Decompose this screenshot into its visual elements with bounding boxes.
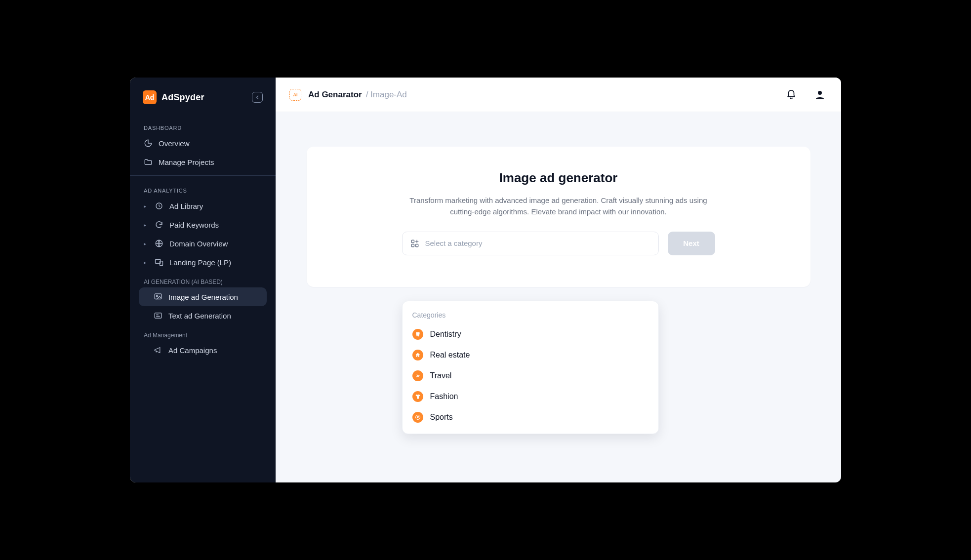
category-select-placeholder: Select a category: [425, 239, 483, 247]
collapse-icon: [254, 94, 260, 100]
page-subtitle: Transform marketing with advanced image …: [401, 195, 717, 218]
sidebar-item-ad-campaigns[interactable]: Ad Campaigns: [139, 341, 267, 360]
svg-rect-9: [411, 244, 414, 246]
globe-icon: [155, 239, 163, 248]
generator-card: Image ad generator Transform marketing w…: [307, 147, 810, 287]
notifications-button[interactable]: [784, 87, 799, 102]
svg-rect-10: [415, 244, 418, 246]
section-title-ai-gen: AI GENERATION (AI BASED): [139, 272, 267, 287]
devices-icon: [155, 258, 163, 267]
sidebar-item-domain-overview[interactable]: ▸ Domain Overview: [139, 234, 267, 253]
category-option[interactable]: Travel: [408, 365, 652, 386]
section-title-analytics: AD ANALYTICS: [139, 185, 267, 197]
brand-name: AdSpyder: [162, 92, 204, 103]
sidebar-item-ad-library[interactable]: ▸ Ad Library: [139, 197, 267, 215]
sidebar-item-label: Landing Page (LP): [169, 258, 231, 267]
sidebar: Ad AdSpyder DASHBOARD Overview Manage Pr…: [130, 78, 276, 482]
sidebar-item-label: Paid Keywords: [169, 221, 219, 229]
category-option[interactable]: Fashion: [408, 386, 652, 407]
page-title: Image ad generator: [326, 170, 791, 186]
compass-icon: [412, 412, 423, 423]
caret-icon: ▸: [144, 260, 149, 265]
home-icon: [412, 350, 423, 360]
bell-icon: [786, 89, 797, 100]
sidebar-item-manage-projects[interactable]: Manage Projects: [139, 153, 267, 171]
shirt-icon: [412, 391, 423, 402]
svg-rect-6: [155, 313, 162, 319]
caret-icon: ▸: [144, 203, 149, 209]
folder-icon: [144, 158, 153, 166]
sidebar-item-overview[interactable]: Overview: [139, 134, 267, 153]
text-ad-icon: [154, 311, 162, 320]
caret-icon: ▸: [144, 222, 149, 228]
library-icon: [155, 201, 163, 210]
content: Image ad generator Transform marketing w…: [276, 112, 841, 482]
brand[interactable]: Ad AdSpyder: [143, 90, 204, 104]
caret-icon: ▸: [144, 241, 149, 246]
sidebar-header: Ad AdSpyder: [139, 90, 267, 104]
breadcrumb: Ad Genarator / Image-Ad: [308, 90, 407, 100]
section-title-ad-mgmt: Ad Management: [139, 325, 267, 341]
ai-badge-icon: AI: [289, 89, 301, 101]
svg-point-5: [156, 295, 158, 297]
category-option[interactable]: Dentistry: [408, 324, 652, 345]
sidebar-item-label: Overview: [159, 139, 190, 148]
divider: [130, 175, 276, 176]
category-option[interactable]: Real estate: [408, 345, 652, 365]
sidebar-item-paid-keywords[interactable]: ▸ Paid Keywords: [139, 215, 267, 234]
category-select[interactable]: Select a category: [402, 232, 659, 255]
megaphone-icon: [154, 346, 162, 355]
breadcrumb-main: Ad Genarator: [308, 90, 362, 100]
topbar: AI Ad Genarator / Image-Ad: [276, 78, 841, 112]
pie-icon: [144, 139, 153, 148]
category-dropdown: Categories DentistryReal estateTravelFas…: [402, 301, 659, 434]
sidebar-item-label: Ad Library: [169, 202, 203, 210]
main: AI Ad Genarator / Image-Ad Image ad gene…: [276, 78, 841, 482]
section-title-dashboard: DASHBOARD: [139, 122, 267, 134]
sidebar-item-image-ad-gen[interactable]: Image ad Generation: [139, 287, 267, 306]
sidebar-item-label: Domain Overview: [169, 240, 228, 248]
sidebar-item-text-ad-gen[interactable]: Text ad Generation: [139, 306, 267, 325]
refresh-icon: [155, 220, 163, 229]
profile-button[interactable]: [812, 87, 827, 102]
sidebar-item-label: Text ad Generation: [168, 312, 231, 320]
controls-row: Select a category Next: [326, 232, 791, 255]
tooth-icon: [412, 329, 423, 340]
svg-rect-8: [411, 240, 414, 242]
breadcrumb-sub: / Image-Ad: [366, 90, 407, 100]
sidebar-item-label: Ad Campaigns: [168, 346, 217, 355]
sidebar-item-label: Image ad Generation: [168, 293, 238, 301]
plane-icon: [412, 370, 423, 381]
sidebar-collapse-button[interactable]: [252, 92, 263, 103]
category-option-label: Real estate: [430, 351, 470, 360]
category-option[interactable]: Sports: [408, 407, 652, 428]
category-option-label: Sports: [430, 413, 453, 422]
brand-logo-icon: Ad: [143, 90, 157, 104]
category-option-label: Travel: [430, 371, 452, 380]
dropdown-list: DentistryReal estateTravelFashionSports: [408, 324, 652, 428]
sidebar-item-label: Manage Projects: [159, 158, 214, 166]
sidebar-item-landing-page[interactable]: ▸ Landing Page (LP): [139, 253, 267, 272]
category-option-label: Fashion: [430, 392, 458, 401]
app-frame: Ad AdSpyder DASHBOARD Overview Manage Pr…: [130, 78, 841, 482]
image-icon: [154, 292, 162, 301]
next-button[interactable]: Next: [668, 232, 715, 255]
grid-plus-icon: [410, 239, 419, 248]
category-option-label: Dentistry: [430, 330, 461, 339]
user-icon: [814, 89, 826, 101]
dropdown-title: Categories: [408, 309, 652, 324]
svg-point-7: [818, 91, 822, 95]
